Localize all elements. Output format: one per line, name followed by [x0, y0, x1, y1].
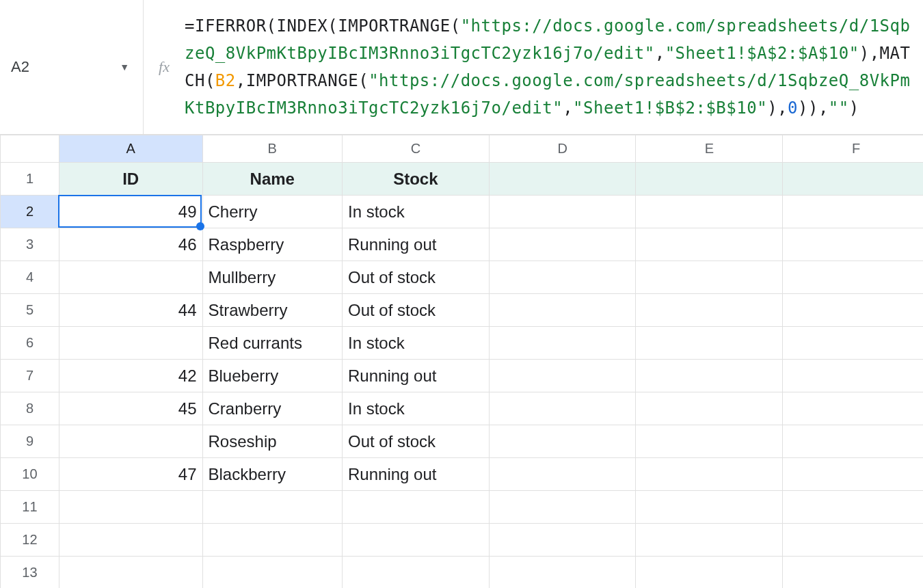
cell-E5[interactable]: [636, 294, 783, 327]
cell-C7[interactable]: Running out: [343, 360, 490, 392]
name-box-wrap[interactable]: A2 ▼: [0, 0, 144, 134]
column-header-F[interactable]: F: [783, 135, 923, 163]
cell-A12[interactable]: [59, 524, 202, 557]
cell-D3[interactable]: [489, 228, 636, 261]
cell-D10[interactable]: [489, 458, 636, 491]
row-header-6[interactable]: 6: [1, 327, 59, 360]
name-box[interactable]: A2: [10, 55, 116, 79]
cell-A9[interactable]: [59, 425, 202, 458]
cell-D1[interactable]: [489, 163, 636, 196]
cell-A6[interactable]: [59, 327, 202, 360]
cell-C11[interactable]: [343, 491, 490, 524]
cell-B12[interactable]: [202, 524, 343, 557]
column-header-A[interactable]: A: [59, 135, 202, 163]
cell-B10[interactable]: Blackberry: [202, 458, 343, 491]
row-header-13[interactable]: 13: [1, 557, 59, 589]
row-header-4[interactable]: 4: [1, 261, 59, 294]
cell-F7[interactable]: [783, 360, 923, 392]
cell-C3[interactable]: Running out: [343, 228, 490, 261]
cell-B6[interactable]: Red currants: [202, 327, 343, 360]
cell-F9[interactable]: [783, 425, 923, 458]
cell-E12[interactable]: [636, 524, 783, 557]
cell-B1[interactable]: Name: [202, 163, 343, 196]
cell-D2[interactable]: [489, 196, 636, 228]
cell-A3[interactable]: 46: [59, 228, 202, 261]
cell-B8[interactable]: Cranberry: [202, 392, 343, 425]
column-header-E[interactable]: E: [636, 135, 783, 163]
column-header-C[interactable]: C: [343, 135, 490, 163]
cell-C13[interactable]: [343, 557, 490, 589]
cell-F4[interactable]: [783, 261, 923, 294]
row-header-3[interactable]: 3: [1, 228, 59, 261]
cell-B2[interactable]: Cherry: [202, 196, 343, 228]
cell-E9[interactable]: [636, 425, 783, 458]
column-header-D[interactable]: D: [489, 135, 636, 163]
cell-E4[interactable]: [636, 261, 783, 294]
row-header-12[interactable]: 12: [1, 524, 59, 557]
row-header-10[interactable]: 10: [1, 458, 59, 491]
cell-E1[interactable]: [636, 163, 783, 196]
cell-C12[interactable]: [343, 524, 490, 557]
cell-F3[interactable]: [783, 228, 923, 261]
cell-D7[interactable]: [489, 360, 636, 392]
cell-A11[interactable]: [59, 491, 202, 524]
cell-A8[interactable]: 45: [59, 392, 202, 425]
formula-input[interactable]: =IFERROR(INDEX(IMPORTRANGE("https://docs…: [185, 0, 923, 134]
cell-B3[interactable]: Raspberry: [202, 228, 343, 261]
cell-F6[interactable]: [783, 327, 923, 360]
cell-A4[interactable]: [59, 261, 202, 294]
cell-C2[interactable]: In stock: [343, 196, 490, 228]
cell-E7[interactable]: [636, 360, 783, 392]
cell-D5[interactable]: [489, 294, 636, 327]
cell-E11[interactable]: [636, 491, 783, 524]
cell-D13[interactable]: [489, 557, 636, 589]
cell-D12[interactable]: [489, 524, 636, 557]
row-header-7[interactable]: 7: [1, 360, 59, 392]
cell-E2[interactable]: [636, 196, 783, 228]
cell-A1[interactable]: ID: [59, 163, 202, 196]
cell-A7[interactable]: 42: [59, 360, 202, 392]
cell-B7[interactable]: Blueberry: [202, 360, 343, 392]
cell-A2[interactable]: 49: [59, 196, 202, 228]
row-header-1[interactable]: 1: [1, 163, 59, 196]
cell-A13[interactable]: [59, 557, 202, 589]
cell-E8[interactable]: [636, 392, 783, 425]
cell-A5[interactable]: 44: [59, 294, 202, 327]
row-header-8[interactable]: 8: [1, 392, 59, 425]
cell-F8[interactable]: [783, 392, 923, 425]
cell-C10[interactable]: Running out: [343, 458, 490, 491]
row-header-2[interactable]: 2: [1, 196, 59, 228]
cell-B5[interactable]: Strawberry: [202, 294, 343, 327]
cell-B13[interactable]: [202, 557, 343, 589]
cell-C1[interactable]: Stock: [343, 163, 490, 196]
cell-B11[interactable]: [202, 491, 343, 524]
row-header-5[interactable]: 5: [1, 294, 59, 327]
cell-D11[interactable]: [489, 491, 636, 524]
spreadsheet-grid[interactable]: ABCDEF 1IDNameStock249CherryIn stock346R…: [0, 135, 923, 588]
cell-F1[interactable]: [783, 163, 923, 196]
cell-A10[interactable]: 47: [59, 458, 202, 491]
cell-F5[interactable]: [783, 294, 923, 327]
cell-D6[interactable]: [489, 327, 636, 360]
row-header-9[interactable]: 9: [1, 425, 59, 458]
column-header-B[interactable]: B: [202, 135, 343, 163]
cell-C9[interactable]: Out of stock: [343, 425, 490, 458]
cell-F11[interactable]: [783, 491, 923, 524]
cell-F12[interactable]: [783, 524, 923, 557]
cell-F10[interactable]: [783, 458, 923, 491]
cell-F2[interactable]: [783, 196, 923, 228]
chevron-down-icon[interactable]: ▼: [116, 62, 133, 72]
cell-C4[interactable]: Out of stock: [343, 261, 490, 294]
row-header-11[interactable]: 11: [1, 491, 59, 524]
cell-E3[interactable]: [636, 228, 783, 261]
cell-D9[interactable]: [489, 425, 636, 458]
cell-C6[interactable]: In stock: [343, 327, 490, 360]
cell-C5[interactable]: Out of stock: [343, 294, 490, 327]
cell-E6[interactable]: [636, 327, 783, 360]
cell-D8[interactable]: [489, 392, 636, 425]
cell-F13[interactable]: [783, 557, 923, 589]
cell-E13[interactable]: [636, 557, 783, 589]
select-all-corner[interactable]: [1, 135, 59, 163]
cell-B4[interactable]: Mullberry: [202, 261, 343, 294]
cell-D4[interactable]: [489, 261, 636, 294]
